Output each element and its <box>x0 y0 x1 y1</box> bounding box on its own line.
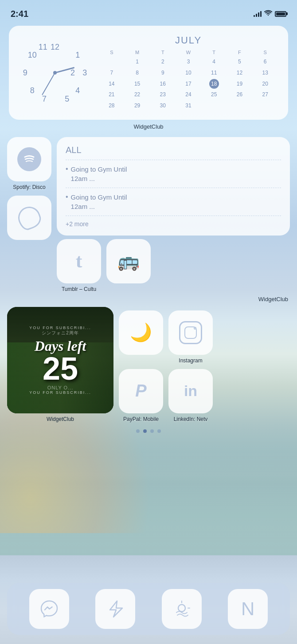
cal-day-18-today: 18 <box>209 79 219 89</box>
page-dot-2-active[interactable] <box>143 429 147 433</box>
paypal-label: PayPal: Mobile <box>123 416 159 422</box>
cal-day-23: 23 <box>150 90 175 100</box>
cal-day-31: 31 <box>176 101 201 111</box>
task-text-2: Going to Gym Until12am ... <box>71 192 127 211</box>
wifi-icon <box>264 10 272 18</box>
task-more: +2 more <box>66 216 281 228</box>
tumblr-icon-wrap[interactable]: t <box>57 239 101 283</box>
lemon-app[interactable] <box>7 196 51 243</box>
tumblr-label: Tumblr – Cultu <box>62 286 96 292</box>
linkedin-icon-wrap[interactable]: in <box>168 369 213 413</box>
cal-day-13: 13 <box>253 68 277 78</box>
cal-day-12: 12 <box>227 68 252 78</box>
train-icon-wrap[interactable]: 🚌 <box>106 239 151 283</box>
dock-bolt[interactable] <box>95 589 135 629</box>
linkedin-app[interactable]: in LinkedIn: Netv <box>168 369 213 422</box>
cal-day-21: 21 <box>99 90 124 100</box>
apps-tasks-row: Spotify: Disco ALL • Going to Gym Until1… <box>0 137 297 292</box>
linkedin-label: LinkedIn: Netv <box>174 416 208 422</box>
svg-point-0 <box>21 151 37 167</box>
bottom-widgets-row: YOU FOR SUBSCRIBI... シンフォニ2周年 Days left … <box>0 307 297 422</box>
cal-day-empty <box>99 57 124 67</box>
cal-day-1: 1 <box>125 57 150 67</box>
cal-header-m: M <box>125 49 150 56</box>
cal-day-empty3 <box>227 101 252 111</box>
clock-num-3: 3 <box>82 68 87 77</box>
clock-center <box>53 71 57 75</box>
clock-num-8: 8 <box>30 86 35 95</box>
clock-num-4: 4 <box>75 86 80 95</box>
page-dot-4[interactable] <box>157 429 161 433</box>
tumblr-app[interactable]: t Tumblr – Cultu <box>57 239 101 292</box>
paypal-app[interactable]: P PayPal: Mobile <box>119 369 163 422</box>
cal-day-6: 6 <box>253 57 277 67</box>
cal-day-9: 9 <box>150 68 175 78</box>
clock-num-7: 7 <box>42 94 47 104</box>
spotify-app[interactable]: Spotify: Disco <box>7 137 51 190</box>
lemon-icon-wrap[interactable] <box>7 196 51 240</box>
minute-hand <box>42 72 55 95</box>
calendar-section: JULY S M T W T F S 1 2 3 4 5 <box>99 35 277 111</box>
calendar-month: JULY <box>99 35 277 46</box>
signal-bars-icon <box>254 11 262 17</box>
clock-num-12: 12 <box>51 43 59 52</box>
dock-weather[interactable] <box>162 589 202 629</box>
dock-n-app[interactable]: N <box>228 589 268 629</box>
sleep-app[interactable]: 🌙 <box>119 310 163 364</box>
cal-day-2: 2 <box>150 57 175 67</box>
instagram-icon <box>179 321 202 344</box>
cal-day-19: 19 <box>227 79 252 89</box>
countdown-only: ONLY O... <box>47 385 74 390</box>
lemon-icon <box>15 204 43 232</box>
page-dot-3[interactable] <box>150 429 154 433</box>
tasks-widget[interactable]: ALL • Going to Gym Until12am ... • Going… <box>57 137 290 236</box>
clock-num-1: 1 <box>75 50 80 59</box>
status-time: 2:41 <box>11 9 28 19</box>
cal-day-8: 8 <box>125 68 150 78</box>
cal-day-17: 17 <box>176 79 201 89</box>
clock-num-5: 5 <box>65 94 69 104</box>
dock: N <box>7 583 290 635</box>
train-app[interactable]: 🚌 <box>106 239 151 292</box>
cal-day-15: 15 <box>125 79 150 89</box>
clock-widget-label: WidgetClub <box>9 123 288 130</box>
cal-day-empty4 <box>253 101 277 111</box>
countdown-number: 25 <box>43 354 78 383</box>
cal-day-27: 27 <box>253 90 277 100</box>
cal-day-16: 16 <box>150 79 175 89</box>
clock-calendar-widget[interactable]: 12 1 3 4 5 7 8 9 10 11 2 <box>9 26 288 120</box>
dock-messenger[interactable] <box>29 589 69 629</box>
page-dot-1[interactable] <box>136 429 140 433</box>
paypal-icon: P <box>135 381 146 401</box>
right-apps-row1: 🌙 Instagram <box>119 310 213 364</box>
cal-day-29: 29 <box>125 101 150 111</box>
cal-header-t1: T <box>150 49 175 56</box>
spotify-icon-wrap[interactable] <box>7 137 51 181</box>
train-icon: 🚌 <box>117 251 140 271</box>
sleep-icon-wrap[interactable]: 🌙 <box>119 310 163 355</box>
instagram-app[interactable]: Instagram <box>168 310 213 364</box>
analog-clock: 12 1 3 4 5 7 8 9 10 11 2 <box>20 37 90 108</box>
page-dots <box>0 429 297 433</box>
status-icons <box>254 10 286 18</box>
tasks-widget-label: WidgetClub <box>191 296 288 302</box>
cal-day-10: 10 <box>176 68 201 78</box>
moon-icon: 🌙 <box>130 322 152 343</box>
spotify-icon <box>17 147 41 171</box>
cal-day-25: 25 <box>202 90 227 100</box>
cal-day-30: 30 <box>150 101 175 111</box>
countdown-widget-label: WidgetClub <box>47 416 74 422</box>
cal-header-t2: T <box>202 49 227 56</box>
messenger-icon <box>39 599 59 619</box>
cal-day-20: 20 <box>253 79 277 89</box>
countdown-widget[interactable]: YOU FOR SUBSCRIBI... シンフォニ2周年 Days left … <box>7 307 113 413</box>
task-bullet-1: • <box>66 165 68 173</box>
instagram-icon-wrap[interactable] <box>168 310 213 355</box>
weather-icon <box>172 599 191 619</box>
cal-day-28: 28 <box>99 101 124 111</box>
cal-day-empty2 <box>202 101 227 111</box>
countdown-subtitle: シンフォニ2周年 <box>42 330 79 336</box>
cal-day-5: 5 <box>227 57 252 67</box>
paypal-icon-wrap[interactable]: P <box>119 369 163 413</box>
countdown-top-banner: YOU FOR SUBSCRIBI... <box>29 326 91 330</box>
